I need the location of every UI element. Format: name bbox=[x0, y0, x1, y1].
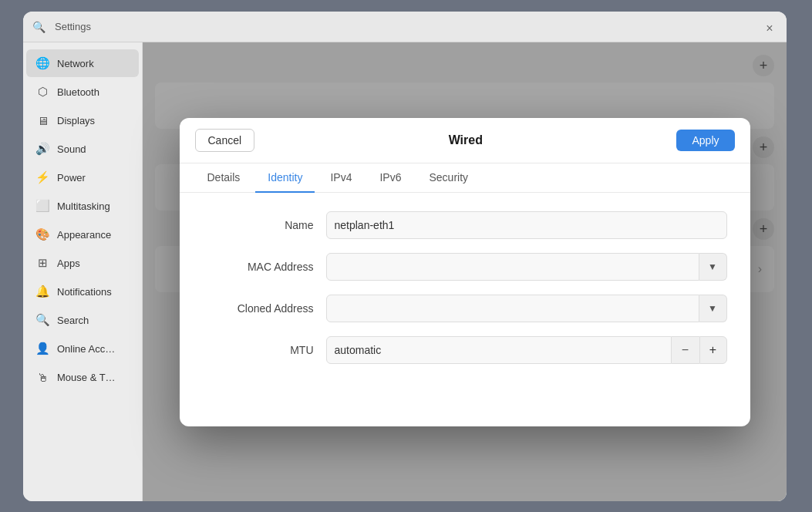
sidebar: 🌐 Network ⬡ Bluetooth 🖥 Displays 🔊 Sound… bbox=[23, 42, 143, 501]
tab-identity[interactable]: Identity bbox=[255, 163, 315, 193]
settings-window: 🔍 Settings × 🌐 Network ⬡ Bluetooth 🖥 Dis… bbox=[23, 12, 787, 501]
sidebar-label-search: Search bbox=[57, 315, 89, 326]
sidebar-item-apps[interactable]: ⊞ Apps bbox=[26, 249, 139, 277]
mtu-input[interactable] bbox=[326, 336, 672, 364]
sidebar-item-sound[interactable]: 🔊 Sound bbox=[26, 135, 139, 163]
mtu-label: MTU bbox=[203, 344, 326, 356]
sidebar-label-mouse: Mouse & T… bbox=[57, 372, 116, 383]
tab-security[interactable]: Security bbox=[416, 163, 480, 193]
sidebar-item-network[interactable]: 🌐 Network bbox=[26, 49, 139, 77]
tab-ipv4[interactable]: IPv4 bbox=[318, 163, 364, 193]
mac-address-dropdown-button[interactable]: ▼ bbox=[699, 253, 727, 281]
cloned-address-input[interactable] bbox=[326, 295, 699, 322]
tab-ipv6[interactable]: IPv6 bbox=[367, 163, 413, 193]
sidebar-item-multitasking[interactable]: ⬜ Multitasking bbox=[26, 192, 139, 220]
cancel-button[interactable]: Cancel bbox=[195, 129, 255, 152]
sidebar-item-mouse[interactable]: 🖱 Mouse & T… bbox=[26, 363, 139, 391]
settings-body: 🌐 Network ⬡ Bluetooth 🖥 Displays 🔊 Sound… bbox=[23, 42, 787, 501]
sidebar-item-online-accounts[interactable]: 👤 Online Acc… bbox=[26, 335, 139, 362]
bluetooth-icon: ⬡ bbox=[35, 85, 49, 99]
apps-icon: ⊞ bbox=[35, 256, 49, 270]
sidebar-label-sound: Sound bbox=[57, 143, 86, 155]
sound-icon: 🔊 bbox=[35, 142, 49, 156]
mac-address-row: MAC Address ▼ bbox=[203, 253, 727, 281]
notifications-icon: 🔔 bbox=[35, 285, 49, 298]
sidebar-label-power: Power bbox=[57, 172, 86, 184]
identity-form: Name MAC Address ▼ bbox=[180, 193, 750, 426]
settings-title: Settings bbox=[55, 21, 91, 32]
sidebar-item-bluetooth[interactable]: ⬡ Bluetooth bbox=[26, 78, 139, 106]
sidebar-item-notifications[interactable]: 🔔 Notifications bbox=[26, 278, 139, 305]
sidebar-label-network: Network bbox=[57, 58, 94, 69]
window-close-button[interactable]: × bbox=[760, 19, 779, 38]
dialog-header: Cancel Wired Apply bbox=[180, 118, 750, 163]
sidebar-label-bluetooth: Bluetooth bbox=[57, 86, 99, 98]
wired-dialog: Cancel Wired Apply Details Identity IPv4… bbox=[180, 118, 750, 426]
network-icon: 🌐 bbox=[35, 56, 49, 70]
search-icon: 🔍 bbox=[32, 21, 45, 33]
mac-address-wrapper: ▼ bbox=[326, 253, 727, 281]
mtu-row: MTU − + bbox=[203, 336, 727, 364]
sidebar-item-search[interactable]: 🔍 Search bbox=[26, 306, 139, 334]
dialog-title: Wired bbox=[449, 133, 483, 147]
mac-address-label: MAC Address bbox=[203, 261, 326, 273]
sidebar-label-online-accounts: Online Acc… bbox=[57, 343, 115, 355]
sidebar-label-multitasking: Multitasking bbox=[57, 200, 110, 212]
mtu-wrapper: − + bbox=[326, 336, 727, 364]
appearance-icon: 🎨 bbox=[35, 227, 49, 241]
main-content: + + + › Cancel Wired A bbox=[143, 42, 787, 501]
name-input[interactable] bbox=[326, 211, 727, 239]
mac-address-input[interactable] bbox=[326, 253, 699, 281]
settings-titlebar: 🔍 Settings × bbox=[23, 12, 787, 42]
sidebar-label-apps: Apps bbox=[57, 258, 80, 269]
search-sidebar-icon: 🔍 bbox=[35, 313, 49, 327]
tab-details[interactable]: Details bbox=[195, 163, 253, 193]
name-label: Name bbox=[203, 219, 326, 231]
apply-button[interactable]: Apply bbox=[676, 130, 734, 151]
dialog-tabs: Details Identity IPv4 IPv6 Security bbox=[180, 163, 750, 193]
power-icon: ⚡ bbox=[35, 170, 49, 184]
sidebar-label-displays: Displays bbox=[57, 115, 95, 126]
cloned-address-wrapper: ▼ bbox=[326, 295, 727, 322]
sidebar-item-displays[interactable]: 🖥 Displays bbox=[26, 106, 139, 134]
mtu-decrement-button[interactable]: − bbox=[672, 336, 699, 364]
displays-icon: 🖥 bbox=[35, 113, 49, 127]
modal-overlay: Cancel Wired Apply Details Identity IPv4… bbox=[143, 42, 787, 501]
sidebar-label-notifications: Notifications bbox=[57, 286, 112, 298]
cloned-address-dropdown-button[interactable]: ▼ bbox=[699, 295, 727, 322]
online-accounts-icon: 👤 bbox=[35, 342, 49, 355]
cloned-address-label: Cloned Address bbox=[203, 302, 326, 315]
mtu-increment-button[interactable]: + bbox=[699, 336, 727, 364]
multitasking-icon: ⬜ bbox=[35, 199, 49, 213]
mouse-icon: 🖱 bbox=[35, 370, 49, 384]
name-row: Name bbox=[203, 211, 727, 239]
sidebar-item-power[interactable]: ⚡ Power bbox=[26, 163, 139, 191]
cloned-address-row: Cloned Address ▼ bbox=[203, 295, 727, 322]
sidebar-item-appearance[interactable]: 🎨 Appearance bbox=[26, 221, 139, 248]
sidebar-label-appearance: Appearance bbox=[57, 229, 111, 241]
